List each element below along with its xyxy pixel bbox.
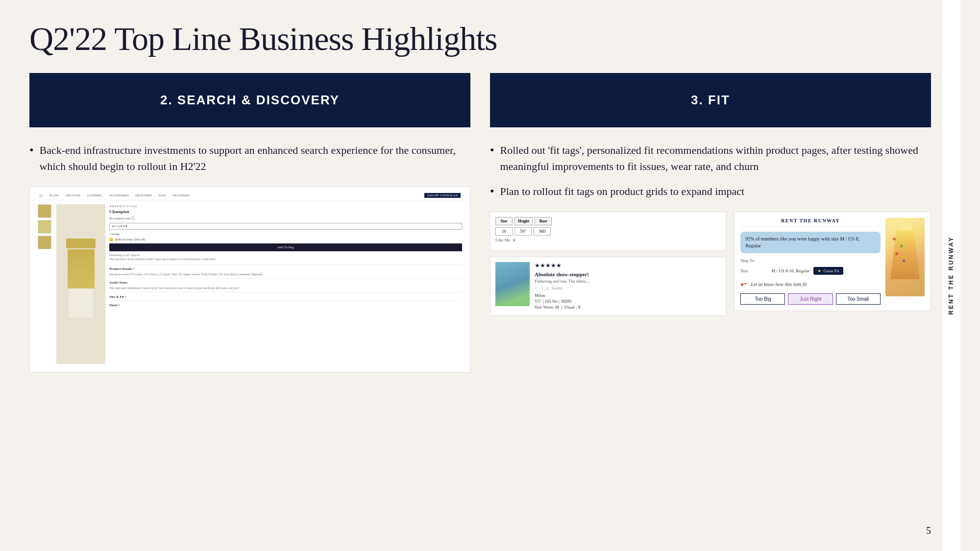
mock-stylist-text: This light and voluminous V-neck top by … [109, 286, 462, 290]
rtr-size-row: Size M / US 8-10, Regular ★ Great Fit [740, 267, 881, 275]
useful-icon: △ [546, 286, 549, 290]
sidebar: RENT THE RUNWAY [941, 0, 960, 551]
fit-bullet-1: Rolled out 'fit tags', personalized fit … [490, 142, 931, 174]
curved-arrow-icon: ↙ [738, 278, 750, 291]
rtr-recommendation-bubble: 92% of members like you were happy with … [740, 232, 881, 253]
review-widget: ★★★★★ Absolute show-stopper! Flattering … [490, 257, 726, 316]
just-right-button[interactable]: Just Right [788, 293, 833, 305]
left-column: 2. SEARCH & DISCOVERY Back-end infrastru… [29, 73, 470, 373]
review-image [495, 262, 530, 306]
mock-thumbnails [38, 204, 52, 364]
mock-thumb-3 [38, 236, 51, 249]
bust-value: 36D [534, 227, 551, 236]
mock-nav-plans: PLANS [49, 194, 59, 197]
reviewer-name: Milan [535, 293, 721, 298]
search-bullet-list: Back-end infrastructure investments to s… [29, 142, 470, 174]
mock-buy-option: $149.10 to buy (20% off) [109, 238, 462, 241]
review-text: Flattering and fun. The fabric... [535, 279, 721, 284]
fit-buttons-container: Too Big Just Right Too Small [740, 293, 881, 305]
mock-product-body: ★★★★★ (4 of 5 stars) Champion $0 origina… [34, 200, 466, 368]
page-number: 5 [926, 525, 931, 536]
mock-nav-logo: ⬜ [39, 194, 43, 197]
mock-rating: ★★★★★ (4 of 5 stars) [109, 204, 462, 208]
fit-bullet-list: Rolled out 'fit tags', personalized fit … [490, 142, 931, 199]
reviewer-size-worn: Size Worn: M | Usual : 8 [535, 305, 721, 310]
mock-size-fit: Size & Fit + [109, 292, 462, 299]
mock-nav-occasions: OCCASIONS [173, 194, 190, 197]
mock-share: Share + [109, 301, 462, 307]
right-column: 3. FIT Rolled out 'fit tags', personaliz… [490, 73, 931, 373]
rtr-widget: RENT THE RUNWAY 92% of members like you … [734, 212, 931, 311]
mock-details-label: Product Details + [109, 267, 462, 271]
mock-nav-clothing: CLOTHING [87, 194, 102, 197]
fit-bullet-2: Plan to rollout fit tags on product grid… [490, 183, 931, 199]
review-title: Absolute show-stopper! [535, 271, 721, 277]
rtr-info-panel: RENT THE RUNWAY 92% of members like you … [740, 218, 881, 305]
helpful-count: 1 [541, 286, 543, 290]
height-col-header: Height [514, 217, 533, 225]
size-value-display: M / US 8-10, Regular [771, 268, 809, 273]
fit-left-panel: Size Height Bust 10 5'6" 36D Like Me ∨ [490, 212, 726, 319]
review-content: ★★★★★ Absolute show-stopper! Flattering … [535, 262, 721, 311]
size-grid-widget: Size Height Bust 10 5'6" 36D Like Me ∨ [490, 212, 726, 251]
size-value: 10 [495, 227, 513, 236]
helpful-label: Useful [552, 286, 562, 290]
great-fit-label: Great Fit [823, 268, 839, 273]
mock-product-name: Champion [109, 209, 462, 214]
star-icon: ★ [817, 268, 821, 273]
search-bullet-1: Back-end infrastructure investments to s… [29, 142, 470, 174]
reviewer-stats: 5'5" | 165 lbs | 36DD [535, 299, 721, 304]
like-me-label: Like Me [495, 238, 511, 242]
mock-size-select: 24 / US 0 ▾ [109, 223, 462, 230]
ship-to-label: Ship To [740, 258, 767, 263]
mock-nav-discover: DISCOVER [66, 194, 80, 197]
search-discovery-header: 2. SEARCH & DISCOVERY [29, 73, 470, 127]
fit-feedback-label: Let us know how this item fit [751, 282, 807, 287]
mock-stylist-label: Stylist Notes [109, 281, 462, 285]
dress-image [885, 218, 925, 296]
two-column-layout: 2. SEARCH & DISCOVERY Back-end infrastru… [29, 73, 931, 373]
size-label: Size [740, 268, 767, 273]
fit-right-panel: RENT THE RUNWAY 92% of members like you … [734, 212, 931, 319]
size-grid-data-row: 10 5'6" 36D [495, 227, 721, 236]
fit-mockups: Size Height Bust 10 5'6" 36D Like Me ∨ [490, 212, 931, 319]
size-col-header: Size [495, 217, 513, 225]
page-title: Q2'22 Top Line Business Highlights [29, 20, 931, 58]
review-helpful: ♡ 1 △ Useful [535, 286, 721, 290]
mock-thumb-2 [38, 220, 51, 234]
rtr-top-section: RENT THE RUNWAY 92% of members like you … [740, 218, 925, 305]
like-me-chevron: ∨ [513, 238, 516, 242]
product-screenshot-mockup: ⬜ PLANS DISCOVER CLOTHING ACCESSORIES DE… [29, 187, 470, 373]
review-meta: Milan 5'5" | 165 lbs | 36DD Size Worn: M… [535, 293, 721, 310]
mock-nav: ⬜ PLANS DISCOVER CLOTHING ACCESSORIES DE… [34, 191, 466, 200]
bust-col-header: Bust [535, 217, 552, 225]
mock-stylist-notes: Stylist Notes This light and voluminous … [109, 278, 462, 290]
mock-product-details-section: Product Details + Has green velvet (7% c… [109, 264, 462, 276]
sidebar-text: RENT THE RUNWAY [948, 236, 955, 315]
mock-delivery-info: Delivering to 207 32nd St.This purchase … [109, 253, 462, 262]
rtr-ship-row: Ship To [740, 258, 881, 263]
review-stars: ★★★★★ [535, 262, 721, 269]
mock-add-to-bag[interactable]: Add To Bag [109, 243, 462, 251]
great-fit-badge: ★ Great Fit [813, 267, 843, 275]
too-small-button[interactable]: Too Small [836, 293, 881, 305]
fit-header: 3. FIT [490, 73, 931, 127]
fit-feedback-annotation: ↙ Let us know how this item fit [740, 279, 881, 289]
mock-product-details: ★★★★★ (4 of 5 stars) Champion $0 origina… [109, 204, 462, 364]
mock-product-price: $0 original rent ⓘ [109, 216, 462, 221]
size-grid-header-row: Size Height Bust [495, 217, 721, 225]
mock-thumb-1 [38, 204, 51, 218]
too-big-button[interactable]: Too Big [740, 293, 785, 305]
mock-nav-cta: $100 OFF 4 ITEM PLAN [424, 193, 461, 198]
mock-nav-accessories: ACCESSORIES [109, 194, 129, 197]
height-value: 5'6" [514, 227, 532, 236]
rtr-header: RENT THE RUNWAY [740, 218, 881, 227]
heart-icon: ♡ [535, 286, 538, 290]
mock-nav-sale: SALE [159, 194, 166, 197]
mock-rent-buy-options: ○ to rent [109, 233, 462, 236]
mock-rent-look: Rent the Look As seen in pictures White … [34, 372, 466, 373]
mock-main-image [56, 204, 105, 364]
mock-details-text: Has green velvet (7% cotton, 27% fleece,… [109, 272, 462, 276]
like-me-row: Like Me ∨ [495, 238, 721, 242]
main-container: Q2'22 Top Line Business Highlights 2. SE… [0, 0, 960, 551]
